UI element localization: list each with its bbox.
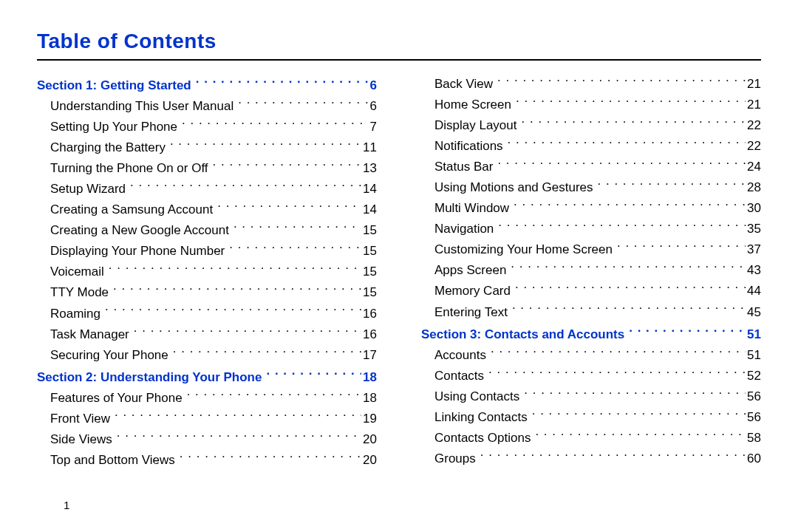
toc-entry: Contacts52: [421, 366, 761, 386]
toc-entry: Setup Wizard14: [37, 179, 377, 200]
footer-page-number: 1: [64, 499, 69, 511]
toc-entry: Roaming16: [37, 304, 377, 324]
toc-entry-label: Navigation: [434, 219, 494, 239]
toc-leader-dots: [134, 326, 361, 338]
toc-leader-dots: [512, 304, 746, 316]
toc-entry-page: 18: [361, 388, 377, 409]
toc-leader-dots: [113, 284, 361, 296]
toc-entry-label: Groups: [434, 449, 476, 469]
toc-leader-dots: [629, 326, 746, 338]
toc-section-label: Section 2: Understanding Your Phone: [37, 367, 262, 388]
toc-entry-page: 19: [361, 409, 377, 429]
toc-entry-label: Charging the Battery: [50, 137, 166, 158]
toc-entry-label: Accounts: [434, 345, 486, 366]
toc-entry-label: Securing Your Phone: [50, 345, 168, 366]
toc-entry-label: Display Layout: [434, 115, 517, 136]
toc-leader-dots: [213, 160, 362, 172]
toc-entry: Using Contacts56: [421, 386, 761, 407]
toc-leader-dots: [229, 242, 361, 255]
toc-entry-label: Displaying Your Phone Number: [50, 241, 225, 262]
toc-leader-dots: [516, 96, 746, 109]
toc-section-heading: Section 1: Getting Started6: [37, 75, 377, 96]
toc-entry: Side Views20: [37, 429, 377, 450]
toc-entry: Accounts51: [421, 345, 761, 366]
toc-leader-dots: [498, 220, 746, 233]
toc-entry-page: 58: [746, 428, 761, 449]
toc-entry-label: Setup Wizard: [50, 179, 126, 200]
toc-entry-page: 22: [746, 136, 761, 157]
toc-section-label: Section 1: Getting Started: [37, 75, 191, 96]
toc-leader-dots: [180, 451, 361, 464]
toc-columns: Section 1: Getting Started6Understanding…: [37, 74, 761, 471]
toc-entry-page: 56: [746, 386, 761, 407]
title-rule: [37, 59, 761, 61]
toc-entry-page: 45: [746, 302, 761, 323]
toc-entry-label: Voicemail: [50, 262, 104, 282]
toc-leader-dots: [109, 263, 361, 276]
toc-page: Table of Contents Section 1: Getting Sta…: [0, 0, 798, 532]
toc-entry: Features of Your Phone18: [37, 388, 377, 409]
toc-entry-label: Task Manager: [50, 324, 129, 345]
toc-entry: Contacts Options58: [421, 428, 761, 449]
toc-entry-label: Memory Card: [434, 281, 511, 301]
toc-entry: TTY Mode15: [37, 282, 377, 303]
toc-entry-label: Setting Up Your Phone: [50, 117, 177, 137]
toc-entry: Creating a Samsung Account14: [37, 200, 377, 220]
toc-leader-dots: [617, 241, 746, 253]
toc-leader-dots: [117, 431, 361, 443]
toc-entry-label: Entering Text: [434, 302, 508, 323]
toc-entry-page: 6: [369, 96, 377, 117]
toc-entry-label: Roaming: [50, 304, 100, 324]
toc-entry-label: Using Contacts: [434, 386, 519, 407]
toc-leader-dots: [491, 347, 746, 359]
toc-entry-label: Multi Window: [434, 198, 509, 219]
toc-entry: Navigation35: [421, 219, 761, 239]
toc-entry: Voicemail15: [37, 262, 377, 282]
toc-entry-page: 15: [361, 220, 377, 241]
toc-section-page: 6: [369, 75, 377, 96]
toc-entry-label: Features of Your Phone: [50, 388, 183, 409]
toc-entry: Charging the Battery11: [37, 137, 377, 158]
toc-entry-label: Front View: [50, 409, 110, 429]
toc-entry: Entering Text45: [421, 302, 761, 323]
toc-entry: Apps Screen43: [421, 260, 761, 281]
toc-entry-label: Customizing Your Home Screen: [434, 239, 613, 260]
toc-entry: Understanding This User Manual6: [37, 96, 377, 117]
toc-entry: Home Screen21: [421, 95, 761, 115]
toc-leader-dots: [497, 158, 746, 171]
toc-leader-dots: [514, 200, 746, 212]
toc-leader-dots: [535, 429, 746, 442]
toc-entry: Top and Bottom Views20: [37, 450, 377, 471]
toc-leader-dots: [598, 179, 746, 191]
toc-section-heading: Section 2: Understanding Your Phone18: [37, 367, 377, 388]
toc-leader-dots: [508, 137, 746, 150]
toc-leader-dots: [182, 118, 369, 131]
toc-entry-label: Using Motions and Gestures: [434, 177, 593, 198]
toc-entry-page: 15: [361, 241, 377, 262]
toc-entry-label: Home Screen: [434, 95, 511, 115]
toc-leader-dots: [532, 409, 746, 421]
toc-entry-label: Contacts: [434, 366, 484, 386]
toc-entry-page: 17: [361, 345, 377, 366]
toc-entry-page: 60: [746, 449, 761, 469]
toc-entry-label: Turning the Phone On or Off: [50, 158, 208, 179]
toc-entry: Multi Window30: [421, 198, 761, 219]
toc-leader-dots: [115, 410, 361, 423]
toc-entry-page: 28: [746, 177, 761, 198]
toc-entry: Front View19: [37, 409, 377, 429]
toc-entry-label: Creating a New Google Account: [50, 220, 229, 241]
toc-section-page: 51: [746, 324, 761, 345]
toc-leader-dots: [217, 201, 361, 214]
toc-entry: Groups60: [421, 449, 761, 469]
toc-entry: Memory Card44: [421, 281, 761, 301]
toc-leader-dots: [173, 347, 361, 359]
toc-entry: Setting Up Your Phone7: [37, 117, 377, 137]
toc-column-left: Section 1: Getting Started6Understanding…: [37, 74, 377, 471]
toc-entry-page: 11: [361, 137, 377, 158]
toc-entry-label: Status Bar: [434, 157, 493, 177]
toc-entry-page: 24: [746, 157, 761, 177]
toc-entry-page: 16: [361, 324, 377, 345]
toc-entry: Task Manager16: [37, 324, 377, 345]
toc-leader-dots: [105, 305, 361, 318]
toc-entry-label: Creating a Samsung Account: [50, 200, 213, 220]
